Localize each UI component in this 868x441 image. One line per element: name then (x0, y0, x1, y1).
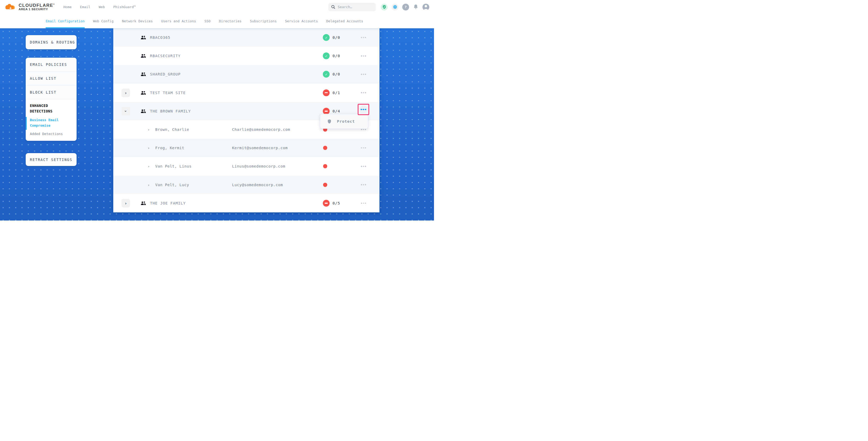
row-actions-button[interactable] (359, 52, 368, 60)
search-input[interactable] (338, 5, 369, 9)
sidebar-policies-card: EMAIL POLICIES ALLOW LIST BLOCK LIST ENH… (26, 58, 76, 141)
collapse-row-button[interactable]: › (121, 107, 130, 115)
primary-nav: Home Email Web PhishGuard™ (63, 5, 136, 9)
main-area: DOMAINS & ROUTING EMAIL POLICIES ALLOW L… (0, 28, 434, 220)
sidebar-item-retract-settings[interactable]: RETRACT SETTINGS (26, 153, 76, 166)
row-actions-button[interactable] (359, 162, 368, 170)
cloudflare-logo[interactable]: CLOUDFLARE® AREA 1 SECURITY (5, 3, 55, 11)
group-icon (141, 54, 146, 58)
table-row: RBACO365 ✓ 0/0 (113, 28, 379, 47)
status-unprotected-badge (323, 89, 330, 96)
bell-icon[interactable] (413, 4, 418, 10)
sidebar-item-email-policies[interactable]: EMAIL POLICIES (26, 58, 76, 71)
member-email: Charlie@somedemocorp.com (232, 127, 290, 132)
row-actions-button[interactable] (359, 70, 368, 78)
nav-phishguard[interactable]: PhishGuard™ (113, 5, 136, 9)
minus-icon (324, 203, 328, 204)
sidebar-item-block-list[interactable]: BLOCK LIST (26, 86, 76, 99)
status-unprotected-dot (323, 164, 327, 168)
group-name: RBACSECURITY (150, 54, 181, 58)
tab-email-configuration[interactable]: Email Configuration (45, 14, 85, 28)
table-row: › Van Pelt, Lucy Lucy@somedemocorp.com (113, 176, 379, 194)
help-icon[interactable]: ? (402, 4, 409, 10)
table-row: RBACSECURITY ✓ 0/0 (113, 47, 379, 65)
protected-count: 0/4 (333, 109, 340, 113)
row-actions-button[interactable] (359, 33, 368, 42)
sidebar-item-allow-list[interactable]: ALLOW LIST (26, 71, 76, 86)
sidebar-item-business-email-compromise[interactable]: Business Email Compromise (30, 117, 67, 128)
protected-count: 0/1 (333, 91, 340, 95)
status-unprotected-dot (323, 146, 327, 150)
nav-email[interactable]: Email (80, 5, 90, 9)
status-unprotected-badge (323, 200, 330, 207)
tab-delegated-accounts[interactable]: Delegated Accounts (326, 14, 363, 28)
registered-mark: ® (53, 3, 55, 5)
nav-web[interactable]: Web (99, 5, 105, 9)
sidebar-item-added-detections[interactable]: Added Detections (30, 131, 72, 136)
menu-item-protect[interactable]: Protect (337, 119, 355, 124)
check-icon: ✓ (325, 72, 327, 76)
groups-table: RBACO365 ✓ 0/0 RBACSECURITY ✓ 0/0 SHARED… (113, 28, 379, 212)
table-row: › TEST TEAM SITE 0/1 (113, 84, 379, 102)
shield-icon (327, 119, 332, 124)
brand-title: CLOUDFLARE® (19, 3, 55, 8)
row-actions-button[interactable] (359, 181, 368, 189)
chevron-right-icon: › (148, 146, 150, 150)
chevron-right-icon: › (148, 128, 150, 132)
protected-count: 0/0 (333, 72, 340, 76)
member-email: Linus@somedemocorp.com (232, 164, 285, 168)
status-protected-badge: ✓ (323, 53, 330, 59)
enhanced-detections-title[interactable]: ENHANCED DETECTIONS (30, 103, 64, 114)
status-unprotected-dot (323, 183, 327, 187)
group-name: THE JOE FAMILY (150, 201, 186, 205)
group-name: SHARED_GROUP (150, 72, 181, 76)
chevron-right-icon: › (125, 90, 127, 95)
settings-tab-bar: Email Configuration Web Config Network D… (0, 14, 434, 28)
member-name: Frog, Kermit (155, 146, 184, 150)
table-row: › Frog, Kermit Kermit@somedemocorp.com (113, 139, 379, 157)
expand-row-button[interactable]: › (121, 199, 130, 208)
table-row: › Van Pelt, Linus Linus@somedemocorp.com (113, 157, 379, 176)
gear-icon[interactable] (392, 4, 398, 10)
minus-icon (324, 92, 328, 93)
check-icon: ✓ (325, 54, 327, 58)
tab-web-config[interactable]: Web Config (93, 14, 114, 28)
tab-network-devices[interactable]: Network Devices (122, 14, 153, 28)
row-actions-button[interactable] (359, 89, 368, 97)
tab-subscriptions[interactable]: Subscriptions (250, 14, 277, 28)
tab-service-accounts[interactable]: Service Accounts (285, 14, 318, 28)
row-actions-button[interactable] (359, 199, 368, 208)
sidebar-item-domains-routing[interactable]: DOMAINS & ROUTING (26, 35, 76, 49)
protected-count: 0/0 (333, 35, 340, 40)
search-box[interactable] (328, 3, 376, 11)
user-icon[interactable] (423, 4, 429, 10)
group-name: RBACO365 (150, 35, 170, 40)
expand-row-button[interactable]: › (121, 88, 130, 97)
shield-check-icon[interactable] (381, 4, 388, 10)
member-name: Van Pelt, Lucy (155, 183, 189, 187)
group-icon (141, 35, 146, 40)
protected-count: 0/5 (333, 201, 340, 205)
group-name: TEST TEAM SITE (150, 91, 186, 95)
cloudflare-cloud-icon (5, 3, 16, 11)
sidebar-section-enhanced-detections: ENHANCED DETECTIONS Business Email Compr… (26, 99, 76, 141)
nav-home[interactable]: Home (63, 5, 71, 9)
status-protected-badge: ✓ (323, 34, 330, 41)
group-icon (141, 109, 146, 113)
row-actions-button[interactable] (359, 144, 368, 152)
table-row: SHARED_GROUP ✓ 0/0 (113, 65, 379, 83)
brand-subtitle: AREA 1 SECURITY (19, 8, 55, 11)
chevron-right-icon: › (148, 183, 150, 187)
group-name: THE BROWN FAMILY (150, 109, 191, 113)
tab-sso[interactable]: SSO (204, 14, 210, 28)
status-protected-badge: ✓ (323, 71, 330, 77)
status-unprotected-badge (323, 108, 330, 115)
check-icon: ✓ (325, 36, 327, 40)
tab-directories[interactable]: Directories (219, 14, 242, 28)
row-actions-button-active[interactable] (360, 105, 368, 114)
active-indicator-bar (26, 117, 27, 130)
tab-users-and-actions[interactable]: Users and Actions (161, 14, 196, 28)
group-icon (141, 90, 146, 95)
group-icon (141, 201, 146, 205)
member-email: Lucy@somedemocorp.com (232, 183, 283, 187)
